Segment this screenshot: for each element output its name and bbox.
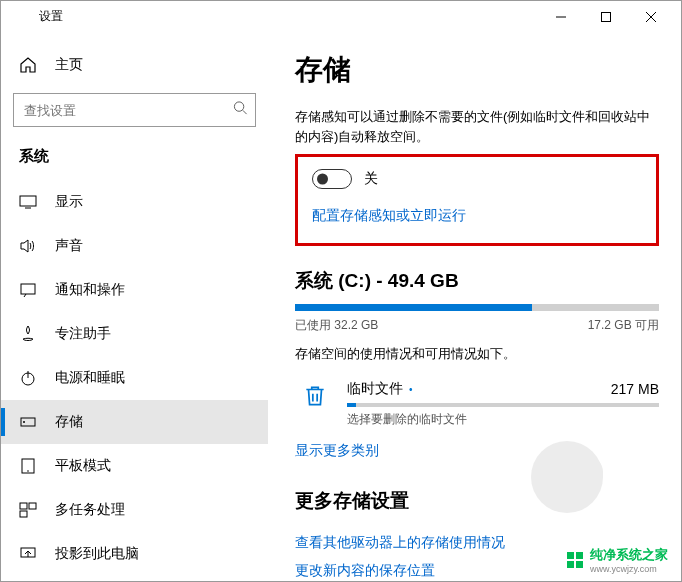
sidebar-home[interactable]: 主页 (1, 45, 268, 85)
sidebar-section-header: 系统 (1, 145, 268, 180)
watermark-url: www.ycwjzy.com (590, 564, 668, 574)
minimize-button[interactable] (538, 2, 583, 32)
page-title: 存储 (295, 51, 659, 89)
more-storage-heading: 更多存储设置 (295, 488, 659, 514)
storage-category-bar (347, 403, 659, 407)
maximize-button[interactable] (583, 2, 628, 32)
storage-category-sub: 选择要删除的临时文件 (347, 411, 659, 428)
svg-rect-11 (20, 511, 27, 517)
home-icon (19, 56, 37, 74)
search-icon (233, 101, 248, 120)
content: 存储 存储感知可以通过删除不需要的文件(例如临时文件和回收站中的内容)自动释放空… (269, 33, 681, 581)
svg-rect-0 (601, 12, 610, 21)
maximize-icon (601, 12, 611, 22)
sidebar-item-label: 投影到此电脑 (55, 545, 139, 563)
sidebar-item-sound[interactable]: 声音 (1, 224, 268, 268)
minimize-icon (556, 12, 566, 22)
storage-sense-toggle-row: 关 (312, 169, 642, 189)
sidebar-item-tablet[interactable]: 平板模式 (1, 444, 268, 488)
toggle-knob (317, 174, 328, 185)
notify-icon (19, 281, 37, 299)
watermark-icon (566, 551, 584, 569)
storage-icon (19, 413, 37, 431)
sidebar-item-label: 通知和操作 (55, 281, 125, 299)
drive-title: 系统 (C:) - 49.4 GB (295, 268, 659, 294)
sidebar-item-display[interactable]: 显示 (1, 180, 268, 224)
svg-point-8 (27, 470, 29, 472)
tablet-icon (19, 457, 37, 475)
free-label: 17.2 GB 可用 (588, 317, 659, 334)
sidebar-item-label: 电源和睡眠 (55, 369, 125, 387)
power-icon (19, 369, 37, 387)
nav-list: 显示 声音 通知和操作 专注助手 电源和睡眠 (1, 180, 268, 576)
show-more-categories-link[interactable]: 显示更多类别 (295, 442, 659, 460)
svg-rect-9 (20, 503, 27, 509)
search-input[interactable] (13, 93, 256, 127)
svg-rect-3 (21, 284, 35, 294)
drive-usage-bar-wrap (295, 304, 659, 311)
sidebar: 主页 系统 显示 声音 通知和操作 (1, 33, 269, 581)
highlight-box: 关 配置存储感知或立即运行 (295, 154, 659, 246)
titlebar: 设置 (1, 1, 681, 33)
svg-rect-2 (20, 196, 36, 206)
close-button[interactable] (628, 2, 673, 32)
watermark-name: 纯净系统之家 (590, 547, 668, 562)
sidebar-item-label: 声音 (55, 237, 83, 255)
sidebar-item-multitask[interactable]: 多任务处理 (1, 488, 268, 532)
focus-icon (19, 325, 37, 343)
trash-icon (301, 382, 329, 410)
window-body: 主页 系统 显示 声音 通知和操作 (1, 33, 681, 581)
storage-sense-toggle[interactable] (312, 169, 352, 189)
drive-usage-bar (295, 304, 659, 311)
sidebar-item-label: 专注助手 (55, 325, 111, 343)
window-controls (538, 2, 673, 32)
storage-category-fill (347, 403, 356, 407)
sidebar-item-label: 多任务处理 (55, 501, 125, 519)
svg-point-1 (234, 102, 243, 111)
sidebar-item-label: 显示 (55, 193, 83, 211)
sidebar-item-project[interactable]: 投影到此电脑 (1, 532, 268, 576)
svg-rect-15 (567, 552, 574, 559)
storage-category-title: 临时文件 (347, 380, 413, 398)
sidebar-item-focus[interactable]: 专注助手 (1, 312, 268, 356)
svg-rect-16 (576, 552, 583, 559)
drive-usage-labels: 已使用 32.2 GB 17.2 GB 可用 (295, 317, 659, 334)
watermark: 纯净系统之家 www.ycwjzy.com (566, 546, 668, 574)
configure-storage-sense-link[interactable]: 配置存储感知或立即运行 (312, 207, 642, 225)
storage-category-main: 临时文件 217 MB 选择要删除的临时文件 (347, 380, 659, 428)
close-icon (646, 12, 656, 22)
storage-category-size: 217 MB (611, 381, 659, 397)
sidebar-item-label: 平板模式 (55, 457, 111, 475)
sidebar-item-power[interactable]: 电源和睡眠 (1, 356, 268, 400)
sound-icon (19, 237, 37, 255)
storage-category-title-row: 临时文件 217 MB (347, 380, 659, 398)
multitask-icon (19, 501, 37, 519)
used-label: 已使用 32.2 GB (295, 317, 378, 334)
svg-rect-17 (567, 561, 574, 568)
window-title: 设置 (39, 8, 63, 25)
sidebar-item-label: 存储 (55, 413, 83, 431)
storage-category-temp[interactable]: 临时文件 217 MB 选择要删除的临时文件 (295, 372, 659, 442)
svg-point-6 (23, 421, 25, 423)
svg-rect-10 (29, 503, 36, 509)
display-icon (19, 193, 37, 211)
usage-desc: 存储空间的使用情况和可用情况如下。 (295, 344, 659, 364)
sidebar-item-notifications[interactable]: 通知和操作 (1, 268, 268, 312)
storage-sense-desc: 存储感知可以通过删除不需要的文件(例如临时文件和回收站中的内容)自动释放空间。 (295, 107, 659, 146)
settings-window: 设置 主页 (0, 0, 682, 582)
svg-rect-18 (576, 561, 583, 568)
sidebar-item-storage[interactable]: 存储 (1, 400, 268, 444)
project-icon (19, 545, 37, 563)
sidebar-home-label: 主页 (55, 56, 83, 74)
toggle-state-label: 关 (364, 170, 378, 188)
drive-usage-fill (295, 304, 532, 311)
search-wrap (13, 93, 256, 127)
